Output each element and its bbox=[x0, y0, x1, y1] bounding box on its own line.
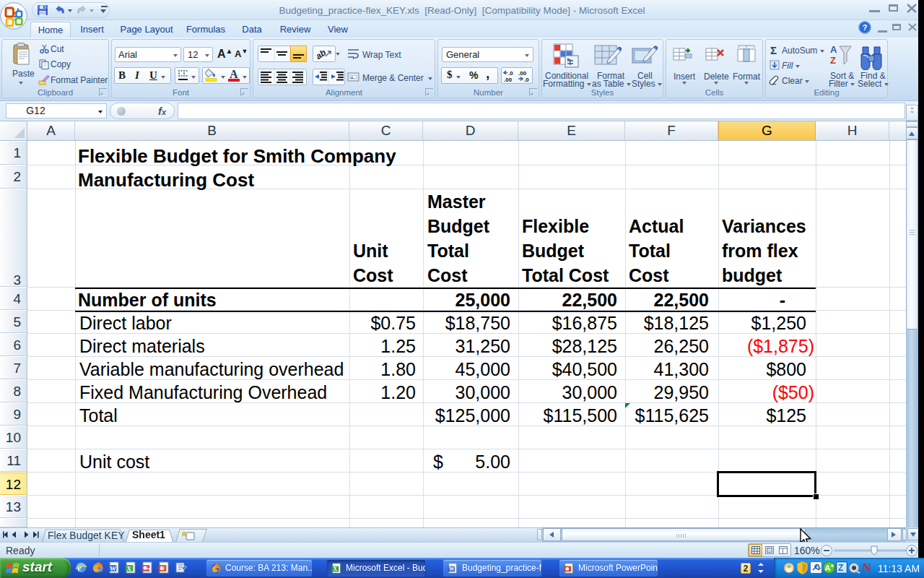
svg-text:X: X bbox=[127, 565, 132, 572]
svg-text:Z: Z bbox=[830, 55, 836, 66]
svg-text:.00: .00 bbox=[504, 77, 513, 83]
svg-text:A: A bbox=[825, 564, 831, 572]
svg-text:?: ? bbox=[863, 23, 868, 32]
svg-text:W: W bbox=[449, 566, 455, 572]
svg-text:Z: Z bbox=[838, 563, 843, 573]
svg-text:X: X bbox=[333, 566, 337, 572]
svg-text:W: W bbox=[110, 565, 116, 572]
svg-text:e: e bbox=[78, 563, 82, 573]
svg-text:A: A bbox=[830, 44, 837, 55]
svg-text:.0: .0 bbox=[524, 77, 529, 83]
